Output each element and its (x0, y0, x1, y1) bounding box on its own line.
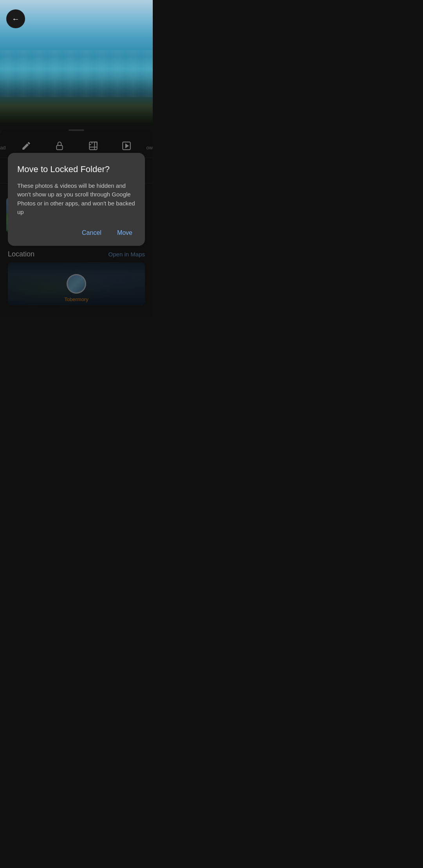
dialog-body: These photos & videos will be hidden and… (17, 182, 136, 217)
dialog-title: Move to Locked Folder? (17, 164, 136, 175)
dialog-actions: Cancel Move (17, 228, 136, 238)
dialog-cancel-button[interactable]: Cancel (79, 228, 105, 238)
locked-folder-dialog: Move to Locked Folder? These photos & vi… (8, 153, 145, 246)
back-arrow-icon: ← (12, 15, 20, 23)
bottom-panel: ad ow We Ad ✏️ (0, 129, 153, 316)
dialog-overlay: Move to Locked Folder? These photos & vi… (0, 129, 153, 316)
photo-background: ← (0, 0, 153, 125)
dialog-move-button[interactable]: Move (114, 228, 136, 238)
back-button[interactable]: ← (6, 9, 25, 28)
